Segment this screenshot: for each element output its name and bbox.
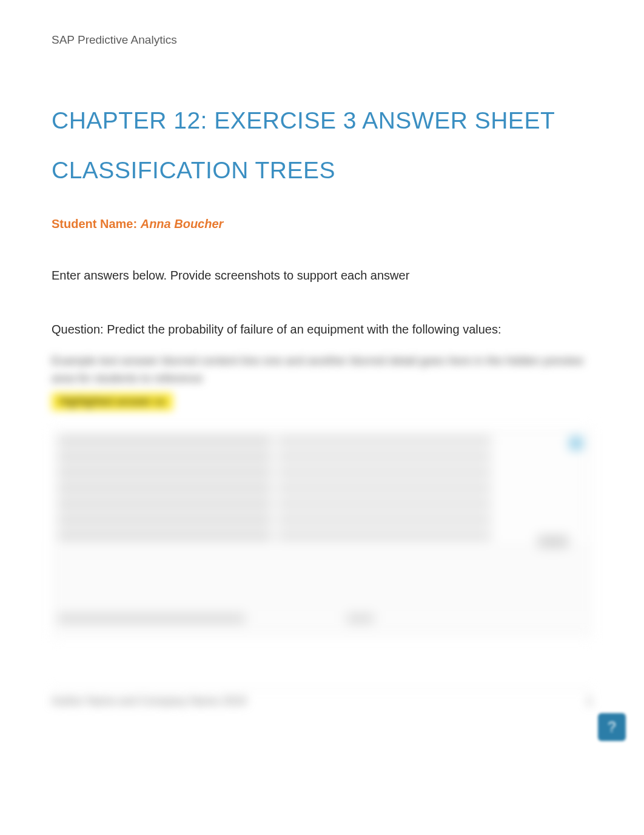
highlighted-blur-text: Highlighted answer xx bbox=[52, 393, 173, 411]
student-name-label: Student Name: bbox=[52, 217, 141, 230]
help-icon: ? bbox=[608, 719, 615, 736]
footer-page-number: 1 bbox=[586, 695, 592, 708]
blurred-answer-text: Example text answer blurred content line… bbox=[52, 352, 592, 387]
student-name-line: Student Name: Anna Boucher bbox=[52, 217, 592, 231]
student-name-value: Anna Boucher bbox=[141, 217, 224, 230]
page-title-line2: CLASSIFICATION TREES bbox=[52, 157, 592, 184]
question-text: Question: Predict the probability of fai… bbox=[52, 323, 592, 337]
header-subject: SAP Predictive Analytics bbox=[52, 33, 592, 47]
page-title-line1: CHAPTER 12: EXERCISE 3 ANSWER SHEET bbox=[52, 107, 592, 134]
screenshot-placeholder bbox=[52, 429, 592, 638]
highlighted-blurred-answer: Highlighted answer xx bbox=[52, 393, 592, 411]
help-button[interactable]: ? bbox=[598, 713, 626, 741]
instructions-text: Enter answers below. Provide screenshots… bbox=[52, 269, 592, 283]
footer-left: Author Name and Company Name 2019 bbox=[52, 695, 246, 708]
footer: Author Name and Company Name 2019 1 bbox=[52, 688, 592, 708]
